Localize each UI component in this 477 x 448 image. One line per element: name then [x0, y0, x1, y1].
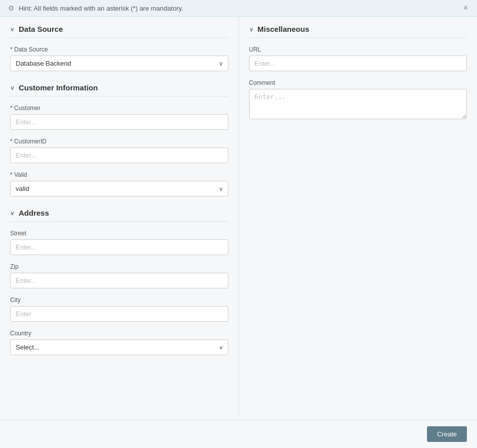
address-chevron-icon[interactable]: ∨: [10, 210, 15, 217]
data-source-chevron-icon[interactable]: ∨: [10, 26, 15, 33]
customer-info-chevron-icon[interactable]: ∨: [10, 84, 15, 91]
street-input[interactable]: [10, 239, 228, 255]
city-label: City: [10, 296, 228, 304]
right-column: ∨ Miscellaneous URL Comment: [239, 17, 478, 415]
customer-field-group: * Customer: [10, 105, 228, 130]
valid-field-group: * Valid valid invalid ∨: [10, 171, 228, 196]
hint-bar: ⚙ Hint: All fields marked with an asteri…: [0, 0, 477, 17]
data-source-field-group: * Data Source Database Backend REST API …: [10, 46, 228, 71]
close-hint-button[interactable]: ×: [462, 4, 469, 12]
city-input[interactable]: [10, 306, 228, 322]
main-content: ∨ Data Source * Data Source Database Bac…: [0, 17, 477, 415]
url-label: URL: [249, 46, 467, 53]
miscellaneous-section: ∨ Miscellaneous URL Comment: [249, 25, 467, 121]
hint-text: Hint: All fields marked with an asterisk…: [19, 5, 183, 12]
customer-label: * Customer: [10, 105, 228, 112]
country-select[interactable]: Select...: [10, 339, 228, 355]
create-button[interactable]: Create: [427, 426, 467, 442]
city-field-group: City: [10, 296, 228, 322]
valid-select-wrapper: valid invalid ∨: [10, 181, 228, 196]
footer-bar: Create: [0, 420, 477, 448]
customer-info-section: ∨ Customer Information * Customer * Cust…: [10, 83, 228, 196]
data-source-label: * Data Source: [10, 46, 228, 53]
address-section: ∨ Address Street Zip City Country Select…: [10, 209, 228, 355]
customer-info-header: ∨ Customer Information: [10, 83, 228, 96]
hint-icon: ⚙: [8, 4, 15, 12]
hint-bar-content: ⚙ Hint: All fields marked with an asteri…: [8, 4, 183, 12]
miscellaneous-header: ∨ Miscellaneous: [249, 25, 467, 38]
street-label: Street: [10, 230, 228, 237]
street-field-group: Street: [10, 230, 228, 255]
customer-id-label: * CustomerID: [10, 138, 228, 145]
data-source-header: ∨ Data Source: [10, 25, 228, 38]
customer-id-field-group: * CustomerID: [10, 138, 228, 163]
data-source-title: Data Source: [19, 25, 63, 33]
zip-field-group: Zip: [10, 263, 228, 288]
zip-label: Zip: [10, 263, 228, 270]
customer-info-title: Customer Information: [19, 83, 98, 92]
valid-label: * Valid: [10, 171, 228, 178]
zip-input[interactable]: [10, 273, 228, 288]
address-header: ∨ Address: [10, 209, 228, 222]
comment-input[interactable]: [249, 89, 467, 119]
country-field-group: Country Select... ∨: [10, 330, 228, 355]
comment-label: Comment: [249, 79, 467, 86]
data-source-select-wrapper: Database Backend REST API File Import ∨: [10, 56, 228, 71]
country-label: Country: [10, 330, 228, 337]
url-field-group: URL: [249, 46, 467, 71]
customer-input[interactable]: [10, 114, 228, 130]
data-source-select[interactable]: Database Backend REST API File Import: [10, 56, 228, 71]
comment-field-group: Comment: [249, 79, 467, 121]
country-select-wrapper: Select... ∨: [10, 339, 228, 355]
miscellaneous-chevron-icon[interactable]: ∨: [249, 26, 254, 33]
left-column: ∨ Data Source * Data Source Database Bac…: [0, 17, 239, 415]
valid-select[interactable]: valid invalid: [10, 181, 228, 196]
address-title: Address: [19, 209, 49, 217]
customer-id-input[interactable]: [10, 147, 228, 163]
data-source-section: ∨ Data Source * Data Source Database Bac…: [10, 25, 228, 71]
url-input[interactable]: [249, 56, 467, 71]
miscellaneous-title: Miscellaneous: [258, 25, 310, 33]
